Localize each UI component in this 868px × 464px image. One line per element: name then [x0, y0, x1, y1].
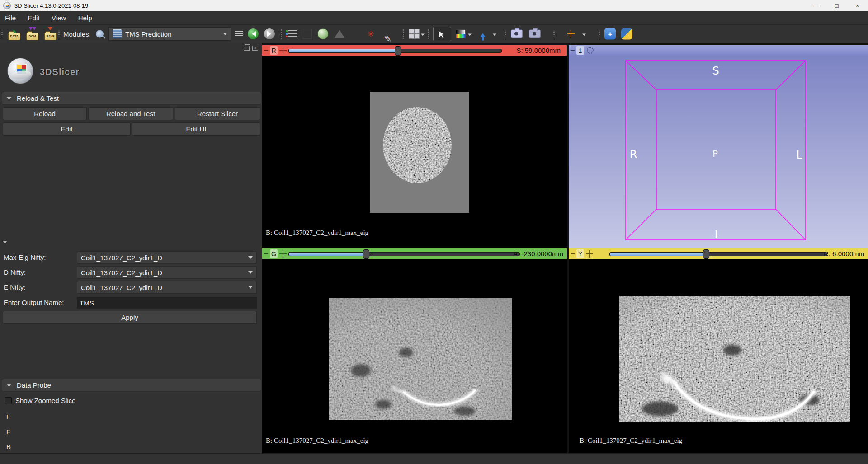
red-corner-annotation: B: Coil1_137027_C2_ydir1_max_eig [266, 229, 368, 237]
data-probe-section-header[interactable]: Data Probe [2, 379, 261, 392]
extensions-cube-icon[interactable] [302, 29, 312, 39]
yellow-slice-offset: R: 6.0000mm [824, 250, 864, 258]
minimize-button[interactable]: — [806, 0, 826, 11]
mouse-interaction-button[interactable] [433, 27, 451, 41]
axis-letter-posterior: P [712, 149, 717, 159]
toolbar-grip[interactable] [553, 29, 555, 39]
d-nifty-value: Coil1_137027_C2_ydir1_D [81, 269, 248, 277]
module-selector-combobox[interactable]: TMS Prediction [108, 27, 231, 41]
toolbar-grip[interactable] [504, 29, 506, 39]
green-view-label[interactable]: G [270, 249, 278, 258]
layout-selector-icon[interactable] [409, 29, 420, 39]
probe-row-f: F [6, 428, 10, 436]
load-data-icon[interactable]: DATA [7, 27, 21, 41]
crosshair-icon[interactable] [567, 30, 575, 37]
slider-thumb[interactable] [703, 249, 709, 259]
output-name-input[interactable] [77, 297, 257, 309]
close-panel-icon[interactable]: × [252, 46, 258, 51]
markups-icon[interactable]: ✳ [367, 30, 374, 38]
import-dicom-icon[interactable]: DCM [25, 27, 39, 41]
e-nifty-value: Coil1_137027_C2_ydir1_D [81, 284, 248, 291]
screenshot-icon[interactable] [511, 30, 523, 38]
slider-thumb[interactable] [395, 46, 401, 56]
save-data-icon[interactable]: SAVE [43, 27, 57, 41]
red-slice-viewport[interactable]: B: Coil1_137027_C2_ydir1_max_eig [262, 56, 567, 248]
apply-button[interactable]: Apply [3, 311, 257, 324]
chevron-down-icon[interactable] [493, 34, 496, 38]
toolbar-grip[interactable] [427, 29, 429, 39]
slice-intersection-icon[interactable] [279, 250, 287, 258]
max-eig-nifty-label: Max-Eig Nifty: [4, 251, 46, 264]
pin-icon[interactable] [571, 253, 575, 254]
reload-button[interactable]: Reload [3, 107, 87, 120]
toolbar-grip[interactable] [598, 29, 600, 39]
module-search-icon[interactable] [96, 30, 104, 38]
window-level-icon[interactable] [456, 29, 466, 38]
red-view-label[interactable]: R [270, 46, 278, 55]
menu-edit[interactable]: Edit [23, 11, 45, 24]
slice-intersection-icon[interactable] [279, 47, 287, 54]
edit-ui-button[interactable]: Edit UI [132, 122, 260, 136]
threeD-viewport[interactable]: S R P L I [569, 56, 868, 248]
module-history-icon[interactable] [235, 31, 243, 37]
modules-label: Modules: [63, 30, 91, 38]
install-extensions-icon[interactable]: + [604, 28, 616, 40]
close-button[interactable]: × [847, 0, 868, 11]
threeD-view-label[interactable]: 1 [576, 46, 584, 55]
volume-rendering-sphere-icon[interactable] [317, 28, 329, 40]
e-nifty-combobox[interactable]: Coil1_137027_C2_ydir1_D [77, 281, 257, 294]
slider-fill [610, 253, 706, 256]
chevron-down-icon [248, 286, 253, 291]
reload-test-section-header[interactable]: Reload & Test [2, 92, 261, 105]
restart-slicer-button[interactable]: Restart Slicer [175, 107, 260, 120]
maximize-button[interactable]: □ [826, 0, 847, 11]
chevron-down-icon[interactable] [468, 34, 472, 38]
yellow-view-label[interactable]: Y [576, 249, 584, 258]
slicer-logo [7, 58, 33, 84]
module-forward-icon[interactable] [264, 28, 275, 39]
green-slice-slider[interactable] [288, 252, 520, 256]
module-panel: × 3DSlicer Reload & Test Reload Reload a… [0, 43, 263, 453]
max-eig-nifty-combobox[interactable]: Coil1_137027_C2_ydir1_D [77, 251, 257, 264]
menu-help[interactable]: Help [73, 11, 97, 24]
green-slice-viewport[interactable]: B: Coil1_137027_C2_ydir1_max_eig [262, 259, 567, 453]
output-name-label: Enter Output Name: [4, 296, 64, 309]
section-collapse-arrow[interactable] [3, 241, 7, 246]
red-slice-slider[interactable] [288, 49, 502, 53]
d-nifty-combobox[interactable]: Coil1_137027_C2_ydir1_D [77, 266, 257, 279]
view-options-gear-icon[interactable] [587, 47, 594, 54]
yellow-slice-viewport[interactable]: B: Coil1_137027_C2_ydir1_max_eig [569, 259, 868, 453]
sagittal-slice-image [619, 296, 850, 422]
menu-view[interactable]: View [47, 11, 71, 24]
d-nifty-label: D Nifty: [4, 266, 26, 279]
toolbar-grip[interactable] [402, 29, 405, 39]
transforms-pencil-icon[interactable]: ✎ [384, 34, 392, 44]
title-bar: 3D Slicer 4.13.0-2021-08-19 — □ × [0, 0, 868, 11]
reload-and-test-button[interactable]: Reload and Test [88, 107, 173, 120]
slider-thumb[interactable] [363, 249, 369, 259]
yellow-slice-slider[interactable] [609, 252, 827, 256]
pin-icon[interactable] [264, 50, 268, 51]
toolbar-grip[interactable] [58, 29, 60, 39]
scene-views-icon[interactable] [529, 30, 541, 38]
undock-panel-icon[interactable] [244, 46, 250, 51]
chevron-down-icon[interactable] [421, 34, 425, 38]
python-console-icon[interactable] [621, 28, 632, 40]
toolbar-grip[interactable] [280, 29, 283, 39]
module-finder-icon[interactable] [288, 30, 297, 37]
module-back-icon[interactable] [248, 28, 259, 39]
show-zoomed-slice-checkbox[interactable] [5, 397, 12, 404]
menu-file[interactable]: File [0, 11, 21, 24]
chevron-down-icon[interactable] [582, 34, 586, 38]
favorite-module-icon[interactable] [480, 31, 486, 37]
toolbar-grip[interactable] [1, 29, 3, 39]
probe-row-l: L [6, 413, 10, 421]
mesh-icon[interactable] [335, 30, 344, 38]
slice-intersection-icon[interactable] [586, 250, 593, 258]
pin-icon[interactable] [264, 253, 268, 254]
threeD-view-controller-bar: 1 [569, 45, 868, 56]
axis-letter-superior: S [712, 65, 719, 77]
axis-letter-inferior: I [714, 228, 717, 241]
edit-button[interactable]: Edit [3, 122, 131, 136]
pin-icon[interactable] [571, 50, 575, 51]
